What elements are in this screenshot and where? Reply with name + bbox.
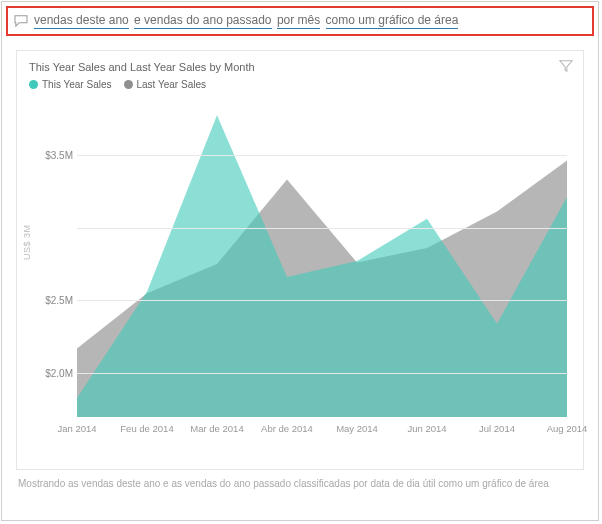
- x-tick-label: Feu de 2014: [120, 423, 173, 434]
- y-tick-label: $3.5M: [33, 149, 73, 160]
- x-tick-label: Aug 2014: [547, 423, 588, 434]
- legend-dot-last: [124, 80, 133, 89]
- qa-query-text: vendas deste ano e vendas do ano passado…: [34, 13, 460, 29]
- grid-line: [77, 300, 567, 301]
- y-tick-label: $2.5M: [33, 295, 73, 306]
- x-tick-label: Abr de 2014: [261, 423, 313, 434]
- chart-visual[interactable]: This Year Sales and Last Year Sales by M…: [16, 50, 584, 470]
- x-tick-label: Jun 2014: [407, 423, 446, 434]
- restatement-footer: Mostrando as vendas deste ano e as venda…: [2, 474, 598, 489]
- x-tick-label: May 2014: [336, 423, 378, 434]
- x-tick-label: Mar de 2014: [190, 423, 243, 434]
- legend-dot-this: [29, 80, 38, 89]
- grid-line: [77, 228, 567, 229]
- x-tick-label: Jan 2014: [57, 423, 96, 434]
- x-tick-label: Jul 2014: [479, 423, 515, 434]
- legend-label-last: Last Year Sales: [137, 79, 207, 90]
- legend-label-this: This Year Sales: [42, 79, 112, 90]
- chart-title: This Year Sales and Last Year Sales by M…: [29, 61, 571, 73]
- qa-seg-2: por mês: [277, 13, 320, 29]
- qa-seg-3: como um gráfico de área: [326, 13, 459, 29]
- chart-legend: This Year Sales Last Year Sales: [29, 79, 571, 90]
- comment-icon: [14, 15, 28, 27]
- qa-input-bar[interactable]: vendas deste ano e vendas do ano passado…: [6, 6, 594, 36]
- app-frame: vendas deste ano e vendas do ano passado…: [1, 1, 599, 521]
- grid-line: [77, 373, 567, 374]
- qa-seg-1: e vendas do ano passado: [134, 13, 271, 29]
- y-axis-title: US$ 3M: [22, 224, 32, 260]
- plot-area: $2.0M$2.5M$3.5M: [77, 111, 567, 417]
- y-tick-label: $2.0M: [33, 368, 73, 379]
- legend-last-year: Last Year Sales: [124, 79, 207, 90]
- filter-icon[interactable]: [559, 59, 573, 73]
- grid-line: [77, 155, 567, 156]
- x-axis-labels: Jan 2014Feu de 2014Mar de 2014Abr de 201…: [77, 423, 567, 437]
- legend-this-year: This Year Sales: [29, 79, 112, 90]
- qa-seg-0: vendas deste ano: [34, 13, 129, 29]
- area-svg: [77, 111, 567, 417]
